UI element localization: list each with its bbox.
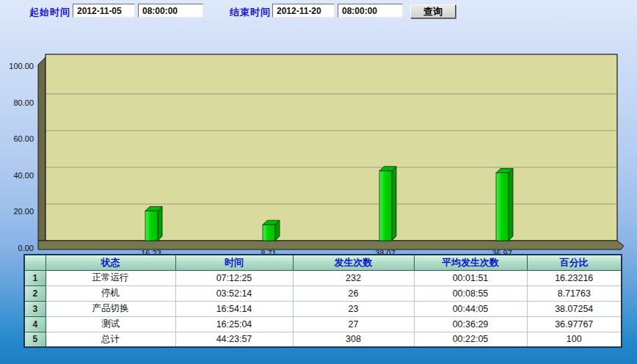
column-header: 平均发生次数: [414, 255, 527, 270]
table-row: 3产品切换16:54:142300:44:0538.07254: [24, 301, 622, 316]
table-cell: 总计: [46, 332, 175, 347]
table-cell: 00:01:51: [414, 270, 527, 285]
bar-测试: [496, 169, 513, 241]
table-cell: 23: [293, 301, 414, 316]
table-cell: 36.97767: [527, 316, 622, 332]
table-cell: 正常运行: [46, 270, 175, 285]
end-date-input[interactable]: [272, 4, 335, 18]
table-cell: 26: [293, 285, 414, 301]
status-bar-chart: 100.0080.0060.0040.0020.000.00 16.23正常运行…: [0, 23, 637, 251]
bar-正常运行: [145, 206, 162, 241]
table-cell: 232: [293, 270, 414, 285]
table-cell: 产品切换: [46, 301, 175, 316]
chart-3d-canvas: [35, 51, 627, 254]
column-header: 百分比: [527, 255, 622, 270]
table-cell: 38.07254: [527, 301, 622, 316]
table-cell: 27: [293, 316, 414, 332]
table-cell: 308: [293, 332, 414, 347]
y-tick-label: 0.00: [0, 244, 34, 252]
table-cell: 16:25:04: [175, 316, 293, 332]
chart-left-wall: [38, 57, 46, 241]
chart-plot-area: [46, 54, 617, 241]
table-row: 5总计44:23:5730800:22:05100: [24, 332, 622, 347]
app-window: 起始时间 结束时间 查询 100.0080.0060.0040.0020.000…: [0, 0, 637, 364]
start-date-input[interactable]: [73, 4, 135, 18]
query-button[interactable]: 查询: [410, 4, 456, 18]
table-row: 4测试16:25:042700:36:2936.97767: [24, 316, 622, 332]
row-number-cell: 2: [24, 285, 46, 301]
y-tick-label: 60.00: [0, 134, 34, 143]
table-cell: 16:54:14: [175, 301, 293, 316]
column-header: 状态: [46, 255, 175, 270]
end-time-input[interactable]: [338, 4, 403, 18]
y-tick-label: 80.00: [0, 98, 34, 107]
column-header: 时间: [175, 255, 293, 270]
bar-停机: [263, 220, 280, 241]
row-number-cell: 3: [24, 301, 46, 316]
table-cell: 07:12:25: [175, 270, 293, 285]
end-time-label: 结束时间: [230, 6, 271, 19]
table-cell: 00:44:05: [414, 301, 527, 316]
table-cell: 100: [527, 332, 622, 347]
bar-产品切换: [379, 167, 396, 241]
table-cell: 测试: [46, 316, 175, 332]
table-header-row: 状态时间发生次数平均发生次数百分比: [24, 255, 622, 270]
start-time-label: 起始时间: [29, 6, 70, 19]
start-time-input[interactable]: [138, 4, 203, 18]
table-corner-cell: [24, 255, 46, 270]
column-header: 发生次数: [293, 255, 414, 270]
table-cell: 03:52:14: [175, 285, 293, 301]
status-report-table: 状态时间发生次数平均发生次数百分比 1正常运行07:12:2523200:01:…: [23, 254, 622, 348]
row-number-cell: 1: [24, 270, 46, 285]
y-tick-label: 20.00: [0, 207, 34, 216]
row-number-cell: 5: [24, 332, 46, 347]
table-cell: 44:23:57: [175, 332, 293, 347]
table-cell: 00:22:05: [414, 332, 527, 347]
table-cell: 16.23216: [527, 270, 622, 285]
table-cell: 8.71763: [527, 285, 622, 301]
table-cell: 00:36:29: [414, 316, 527, 332]
table-cell: 00:08:55: [414, 285, 527, 301]
table-row: 1正常运行07:12:2523200:01:5116.23216: [24, 270, 622, 285]
table-cell: 停机: [46, 285, 175, 301]
y-tick-label: 40.00: [0, 171, 34, 180]
y-tick-label: 100.00: [0, 62, 34, 70]
table-row: 2停机03:52:142600:08:558.71763: [24, 285, 622, 301]
row-number-cell: 4: [24, 316, 46, 332]
